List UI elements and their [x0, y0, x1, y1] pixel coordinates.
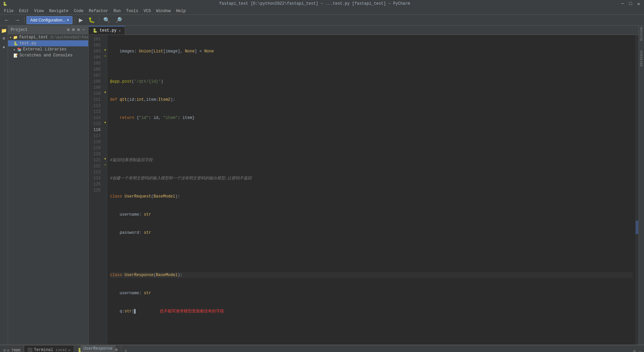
tree-scratches-item[interactable]: 📝 Scratches and Consoles	[8, 52, 88, 58]
tree-testpy-item[interactable]: 🐍 test.py	[8, 40, 88, 46]
tree-external-libs-item[interactable]: ▸ 📚 External Libraries	[8, 46, 88, 52]
project-panel-header: Project ⚙ ⊞ ⚙ —	[8, 26, 88, 34]
minimize-button[interactable]: ─	[620, 1, 625, 7]
testpy-label: test.py	[19, 41, 36, 46]
todo-icon: ☑	[3, 348, 6, 352]
code-line-109: #创建一个有明文密码的输入模型和一个没有明文密码的输出模型,让密码不返回	[110, 175, 633, 181]
close-button[interactable]: ✕	[636, 1, 641, 7]
gutter-107	[103, 65, 107, 71]
menu-edit[interactable]: Edit	[16, 8, 32, 14]
maximize-button[interactable]: □	[628, 1, 633, 7]
terminal-minimize-icon[interactable]: —	[639, 349, 641, 352]
menu-file[interactable]: File	[1, 8, 16, 14]
toolbar-separator-3	[99, 17, 99, 24]
chevron-down-icon: ▾	[9, 35, 12, 40]
code-editor[interactable]: 101 102 103 104 105 106 107 108 109 110 …	[89, 35, 639, 345]
project-icon[interactable]: 📁	[0, 27, 8, 34]
gutter-fold-103[interactable]	[103, 35, 107, 41]
sidebar-view-icon[interactable]: SciView	[639, 26, 644, 42]
gutter-class-111[interactable]: ◀	[103, 89, 107, 95]
scroll-thumb[interactable]	[636, 221, 638, 234]
menu-window[interactable]: Window	[154, 8, 173, 14]
tooltip-userresponse: UserResponse	[80, 345, 115, 352]
gutter-117	[103, 126, 107, 132]
right-sidebar: SciView Database	[639, 26, 644, 345]
scratches-icon: 📝	[13, 53, 18, 58]
gutter-112	[103, 95, 107, 101]
menu-navigate[interactable]: Navigate	[46, 8, 71, 14]
external-libs-icon: 📚	[17, 47, 22, 52]
code-line-108: #返回结果用制返回字段	[110, 157, 633, 163]
gutter-fn-123: ◁	[103, 162, 107, 168]
structure-icon[interactable]: ≡	[0, 35, 8, 42]
favorites-icon[interactable]: ★	[0, 43, 8, 50]
project-collapse-icon[interactable]: —	[82, 27, 86, 33]
editor-area: 🐍 test.py ✕ 101 102 103 104 105 106 107 …	[89, 26, 639, 345]
tab-py-icon: 🐍	[93, 28, 98, 33]
tab-todo[interactable]: ☑ ☑ TODO	[0, 346, 24, 352]
gutter-class-116[interactable]: ◀	[103, 120, 107, 126]
menu-vcs[interactable]: VCS	[141, 8, 154, 14]
todo-label: ☑ TODO	[7, 348, 20, 352]
search-button[interactable]: 🔍	[101, 16, 112, 24]
add-configuration-button[interactable]: Add Configuration... ▾	[26, 16, 72, 24]
menu-help[interactable]: Help	[173, 8, 189, 14]
gutter-fn-105: ◁	[103, 53, 107, 59]
project-scope-icon[interactable]: ⊞	[71, 27, 75, 33]
tab-bar: 🐍 test.py ✕	[89, 26, 639, 35]
code-line-110: class UserRequest(BaseModel):	[110, 193, 633, 200]
code-line-116: username: str	[110, 290, 633, 296]
gutter-fold-104[interactable]: ◀	[103, 47, 107, 53]
gutter-108	[103, 71, 107, 77]
menu-code[interactable]: Code	[71, 8, 86, 14]
app-icon: 🐍	[3, 2, 9, 6]
inspect-button[interactable]: 🔎	[113, 16, 124, 24]
main-layout: 📁 ≡ ★ Project ⚙ ⊞ ⚙ — ▾ 📁 fastapi_test D…	[0, 26, 644, 345]
tab-testpy[interactable]: 🐍 test.py ✕	[89, 26, 125, 35]
code-line-104: def qtt(id:int,item:Item2):	[110, 97, 633, 103]
title-bar: 🐍 fastapi_test [D:\python2022\fastapi_te…	[0, 0, 644, 7]
terminal-tab-close[interactable]: ✕	[68, 348, 71, 352]
toolbar-separator-2	[74, 17, 75, 24]
code-content[interactable]: images: Union[List[image], None] = None …	[107, 35, 635, 345]
toolbar-forward-button[interactable]: →	[13, 16, 22, 24]
gutter-124	[103, 168, 107, 174]
project-gear-icon[interactable]: ⚙	[66, 27, 70, 33]
line-numbers: 101 102 103 104 105 106 107 108 109 110 …	[89, 35, 103, 345]
gutter-110	[103, 83, 107, 89]
gutter-113	[103, 101, 107, 107]
run-button[interactable]: ▶	[77, 16, 85, 24]
debug-button[interactable]: 🐛	[86, 16, 97, 24]
toolbar-separator-1	[24, 17, 24, 24]
dropdown-arrow-icon: ▾	[67, 18, 69, 22]
tree-root-item[interactable]: ▾ 📁 fastapi_test D:\python2022\fastapi_t…	[8, 34, 88, 40]
terminal-icon: ⬛	[28, 348, 33, 352]
tab-terminal[interactable]: ⬛ Terminal Local ✕	[24, 346, 74, 352]
window-title: fastapi_test [D:\python2022\fastapi_test…	[219, 1, 410, 6]
add-config-label: Add Configuration...	[30, 18, 66, 23]
menu-refactor[interactable]: Refactor	[86, 8, 111, 14]
project-settings-icon[interactable]: ⚙	[77, 27, 80, 33]
terminal-settings-icon[interactable]: ⚙	[633, 349, 636, 352]
py-file-icon: 🐍	[13, 41, 18, 46]
menu-view[interactable]: View	[32, 8, 47, 14]
tooltip-text: UserResponse	[84, 346, 112, 351]
scroll-stripe[interactable]	[635, 35, 639, 345]
external-libs-label: External Libraries	[23, 47, 67, 52]
toolbar-back-button[interactable]: ←	[2, 16, 11, 24]
gutter-106	[103, 59, 107, 65]
menu-tools[interactable]: Tools	[123, 8, 141, 14]
database-icon[interactable]: Database	[639, 49, 644, 68]
sidebar-icons: 📁 ≡ ★	[0, 26, 8, 345]
bottom-panel-controls: ⚙ —	[630, 349, 644, 352]
gutter-decorator-122[interactable]: ◀	[103, 156, 107, 162]
menu-run[interactable]: Run	[111, 8, 123, 14]
tab-close-icon[interactable]: ✕	[118, 29, 121, 33]
scratches-label: Scratches and Consoles	[19, 53, 72, 58]
add-terminal-button[interactable]: +	[121, 348, 130, 352]
code-line-117: q:str| 也不能写请求模型里面都没有的字段	[110, 308, 633, 314]
project-panel: Project ⚙ ⊞ ⚙ — ▾ 📁 fastapi_test D:\pyth…	[8, 26, 89, 345]
gutter-125	[103, 174, 107, 180]
project-panel-title: Project	[11, 28, 65, 32]
gutter-126	[103, 180, 107, 186]
